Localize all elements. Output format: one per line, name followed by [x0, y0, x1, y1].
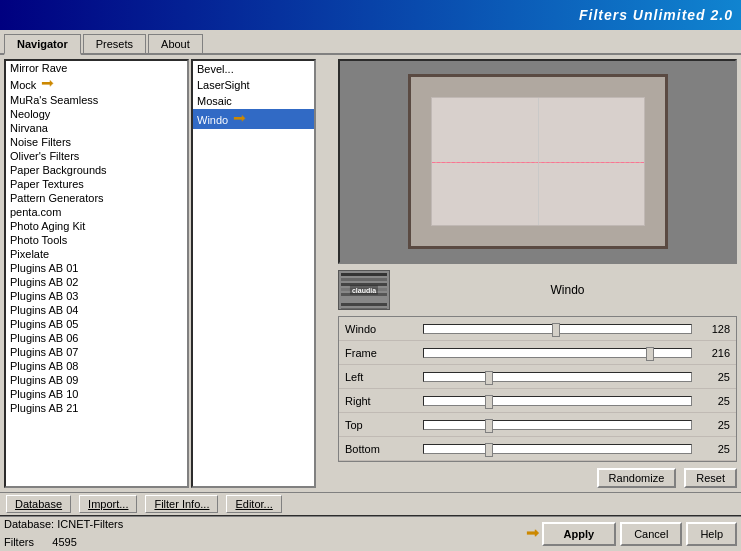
list-item-paper-backgrounds[interactable]: Paper Backgrounds — [6, 163, 187, 177]
list-item-pattern-generators[interactable]: Pattern Generators — [6, 191, 187, 205]
windo-annotation: ⮕ — [233, 111, 247, 127]
status-database-row: Database: ICNET-Filters — [4, 516, 538, 534]
list-item-photo-tools[interactable]: Photo Tools — [6, 233, 187, 247]
cancel-button[interactable]: Cancel — [620, 522, 682, 546]
list-item-neology[interactable]: Neology — [6, 107, 187, 121]
mock-annotation: ⮕ — [41, 76, 55, 92]
list-item-penta-com[interactable]: penta.com — [6, 205, 187, 219]
thumb-line-6 — [341, 298, 387, 301]
randomize-button[interactable]: Randomize — [597, 468, 677, 488]
sub-list-item-lasersight[interactable]: LaserSight — [193, 77, 314, 93]
filter-thumbnail: claudia — [338, 270, 390, 310]
status-filters-label: Filters — [4, 536, 34, 548]
param-slider-bottom[interactable] — [423, 444, 692, 454]
param-value-right: 25 — [696, 395, 736, 407]
import-button[interactable]: Import... — [79, 495, 137, 513]
list-item-mirror-rave[interactable]: Mirror Rave — [6, 61, 187, 75]
list-item-nirvana[interactable]: Nirvana — [6, 121, 187, 135]
sub-list-item-mosaic[interactable]: Mosaic — [193, 93, 314, 109]
tab-about[interactable]: About — [148, 34, 203, 53]
title-bar: Filters Unlimited 2.0 — [0, 0, 741, 30]
status-filters-spacer — [37, 536, 49, 548]
list-item-plugins-ab-09[interactable]: Plugins AB 09 — [6, 373, 187, 387]
list-item-photo-aging-kit[interactable]: Photo Aging Kit — [6, 219, 187, 233]
left-section: Mirror Rave Mock ⮕ MuRa's Seamless Neolo… — [4, 59, 334, 488]
list-item-plugins-ab-01[interactable]: Plugins AB 01 — [6, 261, 187, 275]
apply-annotation: ⮕ — [526, 526, 540, 542]
param-row-windo: Windo 128 — [339, 317, 736, 341]
thumb-line-8 — [341, 308, 387, 310]
status-filters-value: 4595 — [52, 536, 76, 548]
status-database-value: ICNET-Filters — [57, 518, 123, 530]
list-item-plugins-ab-06[interactable]: Plugins AB 06 — [6, 331, 187, 345]
param-row-left: Left 25 — [339, 365, 736, 389]
param-slider-left[interactable] — [423, 372, 692, 382]
list-item-plugins-ab-08[interactable]: Plugins AB 08 — [6, 359, 187, 373]
param-label-frame: Frame — [339, 347, 419, 359]
list-item-plugins-ab-03[interactable]: Plugins AB 03 — [6, 289, 187, 303]
filter-name-label: Windo — [398, 283, 737, 297]
help-button[interactable]: Help — [686, 522, 737, 546]
filter-info-button[interactable]: Filter Info... — [145, 495, 218, 513]
param-value-left: 25 — [696, 371, 736, 383]
database-button[interactable]: Database — [6, 495, 71, 513]
slider-thumb-right[interactable] — [485, 395, 493, 409]
thumb-line-1 — [341, 273, 387, 276]
bottom-strip: Database: ICNET-Filters Filters 4595 ⮕ A… — [0, 515, 741, 551]
status-database-label: Database: — [4, 518, 54, 530]
rand-reset-row: Randomize Reset — [338, 468, 737, 488]
main-container: Navigator Presets About Mirror Rave Mock… — [0, 30, 741, 551]
slider-thumb-top[interactable] — [485, 419, 493, 433]
category-list[interactable]: Mirror Rave Mock ⮕ MuRa's Seamless Neolo… — [6, 61, 187, 486]
list-item-paper-textures[interactable]: Paper Textures — [6, 177, 187, 191]
list-item-mock[interactable]: Mock ⮕ — [6, 75, 187, 93]
param-slider-windo[interactable] — [423, 324, 692, 334]
slider-thumb-windo[interactable] — [552, 323, 560, 337]
status-info: Database: ICNET-Filters Filters 4595 — [4, 516, 538, 551]
list-item-noise-filters[interactable]: Noise Filters — [6, 135, 187, 149]
list-item-plugins-ab-02[interactable]: Plugins AB 02 — [6, 275, 187, 289]
apply-label: Apply — [564, 528, 595, 540]
param-value-top: 25 — [696, 419, 736, 431]
list-item-muras-seamless[interactable]: MuRa's Seamless — [6, 93, 187, 107]
slider-thumb-left[interactable] — [485, 371, 493, 385]
param-label-windo: Windo — [339, 323, 419, 335]
tab-presets[interactable]: Presets — [83, 34, 146, 53]
preview-container — [338, 59, 737, 264]
apply-button[interactable]: ⮕ Apply — [542, 522, 617, 546]
param-value-frame: 216 — [696, 347, 736, 359]
status-filters-row: Filters 4595 — [4, 534, 538, 551]
sub-list-item-bevel[interactable]: Bevel... — [193, 61, 314, 77]
list-item-plugins-ab-07[interactable]: Plugins AB 07 — [6, 345, 187, 359]
content-area: Mirror Rave Mock ⮕ MuRa's Seamless Neolo… — [0, 55, 741, 492]
param-label-top: Top — [339, 419, 419, 431]
slider-thumb-bottom[interactable] — [485, 443, 493, 457]
list-item-plugins-ab-10[interactable]: Plugins AB 10 — [6, 387, 187, 401]
preview-image — [408, 74, 668, 249]
list-item-olivers-filters[interactable]: Oliver's Filters — [6, 149, 187, 163]
action-row: Database Import... Filter Info... Editor… — [0, 492, 741, 515]
sub-list-panel: Bevel... LaserSight Mosaic Windo ⮕ — [191, 59, 316, 488]
param-row-top: Top 25 — [339, 413, 736, 437]
param-label-bottom: Bottom — [339, 443, 419, 455]
thumb-line-2 — [341, 278, 387, 281]
list-item-plugins-ab-04[interactable]: Plugins AB 04 — [6, 303, 187, 317]
reset-button[interactable]: Reset — [684, 468, 737, 488]
list-item-plugins-ab-21[interactable]: Plugins AB 21 — [6, 401, 187, 415]
list-item-pixelate[interactable]: Pixelate — [6, 247, 187, 261]
editor-button[interactable]: Editor... — [226, 495, 281, 513]
tab-navigator[interactable]: Navigator — [4, 34, 81, 55]
param-label-right: Right — [339, 395, 419, 407]
slider-thumb-frame[interactable] — [646, 347, 654, 361]
app-title: Filters Unlimited 2.0 — [579, 7, 733, 23]
thumbnail-overlay-text: claudia — [350, 286, 378, 295]
param-slider-frame[interactable] — [423, 348, 692, 358]
param-slider-top[interactable] — [423, 420, 692, 430]
param-row-bottom: Bottom 25 — [339, 437, 736, 461]
thumb-line-7 — [341, 303, 387, 306]
list-item-plugins-ab-05[interactable]: Plugins AB 05 — [6, 317, 187, 331]
param-value-windo: 128 — [696, 323, 736, 335]
tab-bar: Navigator Presets About — [0, 30, 741, 55]
param-slider-right[interactable] — [423, 396, 692, 406]
sub-list-item-windo[interactable]: Windo ⮕ — [193, 109, 314, 129]
